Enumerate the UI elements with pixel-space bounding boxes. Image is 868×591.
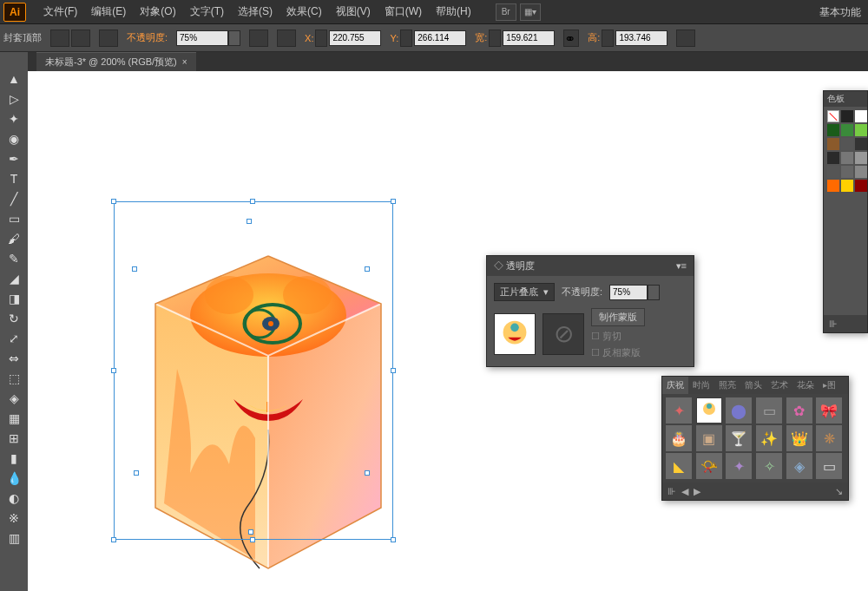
eyedropper-tool[interactable]: 💧: [3, 469, 25, 488]
symbol-item[interactable]: ▭: [756, 397, 782, 424]
paintbrush-tool[interactable]: 🖌: [3, 229, 25, 248]
swatch[interactable]: [855, 152, 867, 164]
blend-tool[interactable]: ◐: [3, 489, 25, 508]
swatch[interactable]: [841, 138, 853, 150]
symbol-item[interactable]: ▭: [816, 453, 842, 479]
swatch[interactable]: [855, 124, 867, 136]
menu-effect[interactable]: 效果(C): [279, 1, 329, 23]
eraser-tool[interactable]: ◨: [3, 289, 25, 308]
menu-edit[interactable]: 编辑(E): [84, 1, 133, 23]
direct-selection-tool[interactable]: ▷: [3, 89, 25, 108]
opacity-input[interactable]: [176, 30, 228, 46]
opacity-dropdown[interactable]: [228, 30, 240, 46]
align-icon[interactable]: [277, 30, 296, 47]
free-transform-tool[interactable]: ⬚: [3, 369, 25, 388]
mask-thumbnail[interactable]: ⊘: [542, 313, 584, 355]
menu-view[interactable]: 视图(V): [329, 1, 378, 23]
menu-file[interactable]: 文件(F): [36, 1, 84, 23]
library-icon[interactable]: ⊪: [667, 486, 676, 497]
w-stepper[interactable]: [489, 30, 501, 47]
prev-icon[interactable]: ◀: [681, 486, 688, 497]
panel-opacity-input[interactable]: [609, 285, 648, 300]
menu-type[interactable]: 文字(T): [183, 1, 231, 23]
tab-flowers[interactable]: 花朵: [792, 377, 819, 394]
bridge-icon[interactable]: Br: [496, 3, 516, 21]
h-input[interactable]: [615, 30, 667, 46]
swatch[interactable]: [827, 180, 839, 192]
swatch[interactable]: [841, 152, 853, 164]
tab-art[interactable]: 艺术: [766, 377, 792, 394]
magic-wand-tool[interactable]: ✦: [3, 109, 25, 128]
swatch[interactable]: [855, 166, 867, 178]
swatch[interactable]: [841, 180, 853, 192]
symbol-item-selected[interactable]: [696, 397, 722, 424]
w-input[interactable]: [503, 30, 555, 46]
symbol-item[interactable]: 🎂: [666, 425, 692, 451]
x-stepper[interactable]: [315, 30, 327, 47]
blob-brush-tool[interactable]: ◢: [3, 269, 25, 288]
y-input[interactable]: [414, 30, 466, 46]
line-tool[interactable]: ╱: [3, 189, 25, 208]
mesh-tool[interactable]: ⊞: [3, 429, 25, 448]
symbol-item[interactable]: 📯: [696, 453, 722, 479]
close-icon[interactable]: ×: [182, 57, 187, 67]
h-stepper[interactable]: [602, 30, 614, 47]
scale-tool[interactable]: ⤢: [3, 329, 25, 348]
shape-builder-tool[interactable]: ◈: [3, 389, 25, 408]
arrange-icon[interactable]: ▦▾: [520, 3, 541, 21]
swatch[interactable]: [827, 166, 839, 178]
menu-help[interactable]: 帮助(H): [429, 1, 478, 23]
link-wh-icon[interactable]: ⚭: [563, 30, 579, 47]
pencil-tool[interactable]: ✎: [3, 249, 25, 268]
swatch[interactable]: [827, 152, 839, 164]
menu-window[interactable]: 窗口(W): [378, 1, 429, 23]
rotate-tool[interactable]: ↻: [3, 309, 25, 328]
symbol-item[interactable]: 👑: [786, 425, 812, 451]
symbol-item[interactable]: ▣: [696, 425, 722, 451]
panel-menu-icon[interactable]: ▾≡: [676, 260, 687, 272]
place-symbol-icon[interactable]: ↘: [835, 486, 843, 497]
next-icon[interactable]: ▶: [694, 486, 700, 497]
symbol-item[interactable]: ✦: [666, 397, 692, 424]
swatch-registration[interactable]: [841, 110, 853, 122]
pen-tool[interactable]: ✒: [3, 149, 25, 168]
symbol-item[interactable]: ◣: [666, 453, 692, 479]
x-input[interactable]: [329, 30, 381, 46]
envelope-edit-icon[interactable]: [50, 30, 69, 47]
lasso-tool[interactable]: ◉: [3, 129, 25, 148]
symbol-item[interactable]: ❋: [816, 425, 842, 451]
column-graph-tool[interactable]: ▥: [3, 529, 25, 548]
crop-icon[interactable]: [676, 30, 695, 47]
tab-map[interactable]: ▸图: [819, 377, 840, 394]
rectangle-tool[interactable]: ▭: [3, 209, 25, 228]
swatch[interactable]: [841, 124, 853, 136]
envelope-mesh-icon[interactable]: [71, 30, 90, 47]
envelope-options-icon[interactable]: [99, 30, 118, 47]
symbol-item[interactable]: ◈: [786, 453, 812, 479]
y-stepper[interactable]: [400, 30, 412, 47]
symbol-item[interactable]: 🎀: [816, 397, 842, 424]
swatch-white[interactable]: [855, 110, 867, 122]
tab-celebrate[interactable]: 庆祝: [662, 377, 688, 394]
menu-select[interactable]: 选择(S): [231, 1, 279, 23]
recolor-icon[interactable]: [249, 30, 268, 47]
symbol-item[interactable]: ✧: [756, 453, 782, 479]
panel-opacity-dropdown[interactable]: [648, 285, 660, 300]
swatch[interactable]: [855, 180, 867, 192]
gradient-tool[interactable]: ▮: [3, 449, 25, 468]
swatch[interactable]: [827, 124, 839, 136]
canvas[interactable]: [28, 71, 868, 591]
symbol-sprayer-tool[interactable]: ※: [3, 509, 25, 528]
tab-fashion[interactable]: 时尚: [688, 377, 714, 394]
workspace-switcher[interactable]: 基本功能: [819, 5, 861, 20]
symbol-item[interactable]: ⬤: [726, 397, 752, 424]
symbol-item[interactable]: 🍸: [726, 425, 752, 451]
perspective-tool[interactable]: ▦: [3, 409, 25, 428]
symbol-item[interactable]: ✨: [756, 425, 782, 451]
symbol-item[interactable]: ✦: [726, 453, 752, 479]
swatch[interactable]: [855, 138, 867, 150]
tab-lights[interactable]: 照亮: [714, 377, 740, 394]
tab-arrows[interactable]: 箭头: [740, 377, 766, 394]
swatch[interactable]: [827, 138, 839, 150]
selection-tool[interactable]: ▲: [3, 69, 25, 89]
